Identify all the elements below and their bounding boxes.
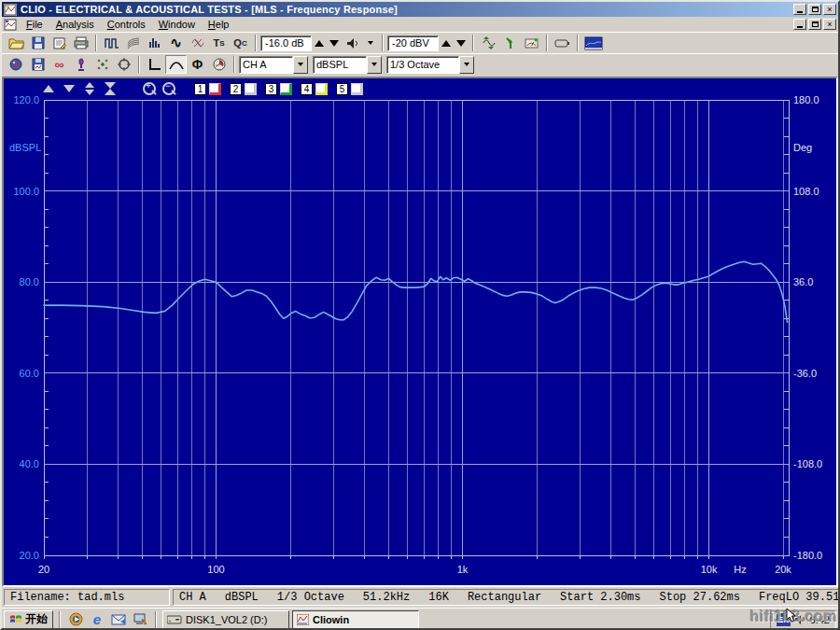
output-level-up-button[interactable]	[312, 35, 327, 51]
settings-target-button[interactable]	[113, 55, 134, 74]
channel-value: CH A	[239, 56, 293, 74]
child-close-button[interactable]: ×	[823, 19, 836, 30]
input-sensitivity-field[interactable]: -20 dBV	[387, 35, 439, 51]
toolbar-separator	[472, 35, 474, 51]
status-filename: Filename: tad.mls	[4, 589, 170, 606]
status-samplerate: 51.2kHz	[363, 591, 410, 604]
curve-1-color-swatch[interactable]	[209, 83, 221, 95]
svg-text:36.0: 36.0	[793, 276, 813, 287]
time-domain-button[interactable]	[208, 55, 230, 74]
input-monitor-button[interactable]	[499, 34, 521, 52]
child-minimize-button[interactable]	[793, 19, 806, 30]
expand-scale-button[interactable]	[82, 82, 97, 95]
scale-up-button[interactable]	[41, 82, 56, 95]
toolbar-separator	[546, 35, 548, 51]
task-disk-window[interactable]: DISK1_VOL2 (D:)	[162, 610, 289, 629]
thiele-small-button[interactable]: TS	[208, 34, 230, 52]
input-sensitivity-down-button[interactable]	[454, 35, 469, 51]
media-player-icon[interactable]	[66, 611, 85, 628]
show-desktop-icon[interactable]	[131, 611, 149, 628]
svg-text:20k: 20k	[775, 564, 791, 575]
start-label: 开始	[25, 611, 48, 627]
curve-4-color-swatch[interactable]	[315, 83, 328, 95]
frequency-response-plot: 120.0180.0100.0108.080.036.060.0-36.040.…	[4, 78, 836, 583]
taskbar-separator	[155, 611, 157, 628]
smoothing-select[interactable]: 1/3 Octave	[386, 56, 474, 74]
svg-text:20: 20	[38, 564, 49, 575]
curve-3-color-swatch[interactable]	[280, 83, 292, 95]
status-channel: CH A	[179, 591, 206, 604]
curve-2-color-swatch[interactable]	[245, 83, 257, 95]
menu-file[interactable]: File	[20, 18, 49, 31]
sinusoidal-analysis-button[interactable]: ∿	[165, 34, 187, 52]
internet-explorer-icon[interactable]: e	[88, 611, 106, 628]
close-button[interactable]: ×	[823, 4, 836, 15]
svg-text:-36.0: -36.0	[793, 368, 817, 379]
unit-select[interactable]: dBSPL	[313, 56, 382, 74]
menu-help[interactable]: Help	[202, 18, 236, 31]
menu-analysis[interactable]: Analysis	[49, 18, 101, 31]
curve-3-button[interactable]: 3	[265, 83, 277, 95]
loop-button[interactable]: ∞	[49, 55, 70, 74]
save-graphics-button[interactable]	[27, 55, 49, 74]
show-phase-button[interactable]: Φ	[187, 55, 208, 74]
disk-drive-icon	[167, 615, 182, 624]
curve-5-button[interactable]: 5	[336, 83, 348, 95]
svg-text:dBSPL: dBSPL	[9, 142, 41, 153]
curve-slot-buttons: 1 2 3 4 5	[194, 83, 363, 95]
channel-dropdown-arrow[interactable]	[293, 56, 308, 74]
autorange-button[interactable]	[478, 34, 499, 52]
waterfall-analysis-button[interactable]	[122, 34, 144, 52]
toolbar-separator	[255, 35, 257, 51]
curve-2-button[interactable]: 2	[230, 83, 242, 95]
channel-select[interactable]: CH A	[239, 56, 308, 74]
unit-dropdown-arrow[interactable]	[367, 56, 382, 74]
curve-1-button[interactable]: 1	[194, 83, 206, 95]
curve-4-button[interactable]: 4	[301, 83, 313, 95]
minimize-button[interactable]	[793, 4, 806, 15]
child-restore-button[interactable]	[808, 19, 821, 30]
show-modulus-button[interactable]	[165, 55, 187, 74]
mls-window-icon[interactable]	[582, 34, 604, 52]
zoom-out-button[interactable]: −	[161, 82, 175, 96]
capture-button[interactable]	[6, 55, 27, 74]
task-cliowin[interactable]: Cliowin	[292, 610, 419, 629]
output-options-dropdown[interactable]	[363, 35, 378, 51]
process-data-button[interactable]	[91, 55, 113, 74]
print-button[interactable]	[70, 34, 91, 52]
speaker-icon[interactable]	[342, 34, 363, 52]
fft-analysis-button[interactable]	[144, 34, 165, 52]
meter-button[interactable]	[521, 34, 542, 52]
scale-down-button[interactable]	[62, 82, 77, 95]
save-button[interactable]	[27, 34, 49, 52]
curve-5-color-swatch[interactable]	[351, 83, 363, 95]
quality-control-button[interactable]: QC	[230, 34, 251, 52]
mls-document-icon[interactable]	[4, 19, 17, 31]
smoothing-dropdown-arrow[interactable]	[459, 56, 474, 74]
outlook-express-icon[interactable]	[109, 611, 128, 628]
menu-window[interactable]: Window	[152, 18, 202, 31]
svg-text:20.0: 20.0	[20, 550, 39, 561]
microphone-button[interactable]	[70, 55, 91, 74]
open-file-button[interactable]	[6, 34, 27, 52]
compress-scale-button[interactable]	[103, 82, 118, 95]
output-level-down-button[interactable]	[327, 35, 342, 51]
toolbar-separator	[577, 35, 579, 51]
status-bar: Filename: tad.mls CH A dBSPL 1/3 Octave …	[2, 587, 838, 608]
mls-analysis-button[interactable]	[101, 34, 122, 52]
notes-button[interactable]	[49, 34, 70, 52]
generator-button[interactable]	[552, 34, 573, 52]
task-cliowin-label: Cliowin	[313, 614, 349, 625]
axes-scale-button[interactable]	[144, 55, 165, 74]
windows-logo-icon	[9, 613, 22, 625]
sweep-analysis-button[interactable]	[187, 34, 208, 52]
menu-controls[interactable]: Controls	[101, 18, 152, 31]
svg-text:108.0: 108.0	[793, 186, 819, 197]
restore-button[interactable]	[808, 4, 821, 15]
zoom-in-button[interactable]: +	[142, 82, 156, 96]
taskbar: 开始 e DISK1_VOL2 (D:) Cliowin En 6:42	[2, 608, 838, 630]
start-button[interactable]: 开始	[4, 610, 53, 629]
input-sensitivity-up-button[interactable]	[439, 35, 454, 51]
taskbar-separator	[59, 611, 61, 628]
output-level-field[interactable]: -16.0 dB	[260, 35, 312, 51]
